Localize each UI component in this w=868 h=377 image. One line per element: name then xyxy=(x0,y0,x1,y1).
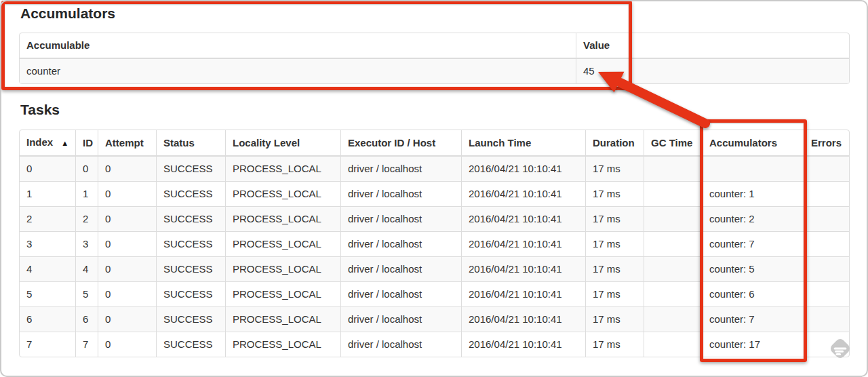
cell-id: 0 xyxy=(75,157,98,181)
cell-errors xyxy=(804,206,849,231)
column-header-label: Status xyxy=(163,137,195,148)
cell-id: 5 xyxy=(75,281,98,306)
cell-gc-time xyxy=(644,181,702,206)
cell-id: 1 xyxy=(75,181,98,206)
cell-index: 5 xyxy=(20,281,75,306)
cell-duration: 17 ms xyxy=(585,332,644,357)
column-header-index[interactable]: Index▲ xyxy=(20,130,75,157)
cell-gc-time xyxy=(644,306,702,332)
cell-executor-id-host: driver / localhost xyxy=(340,231,461,256)
cell-executor-id-host: driver / localhost xyxy=(340,206,461,231)
tasks-section-title: Tasks xyxy=(20,102,60,118)
cell-executor-id-host: driver / localhost xyxy=(340,256,461,281)
cell-duration: 17 ms xyxy=(585,281,644,306)
cell-status: SUCCESS xyxy=(156,256,225,281)
cell-status: SUCCESS xyxy=(156,231,225,256)
cell-locality-level: PROCESS_LOCAL xyxy=(225,332,340,357)
cell-executor-id-host: driver / localhost xyxy=(340,157,461,181)
cell-status: SUCCESS xyxy=(156,181,225,206)
cell-launch-time: 2016/04/21 10:10:41 xyxy=(461,231,585,256)
feedly-watermark-icon xyxy=(825,334,855,363)
cell-duration: 17 ms xyxy=(585,206,644,231)
cell-attempt: 0 xyxy=(98,332,156,357)
cell-gc-time xyxy=(644,281,702,306)
cell-launch-time: 2016/04/21 10:10:41 xyxy=(461,256,585,281)
cell-attempt: 0 xyxy=(98,231,156,256)
cell-id: 2 xyxy=(75,206,98,231)
column-header-label: Launch Time xyxy=(469,137,531,148)
cell-locality-level: PROCESS_LOCAL xyxy=(225,281,340,306)
cell-attempt: 0 xyxy=(98,181,156,206)
column-header-locality-level[interactable]: Locality Level xyxy=(225,130,340,157)
cell-attempt: 0 xyxy=(98,157,156,181)
column-header-label: Index xyxy=(26,136,53,148)
cell-gc-time xyxy=(644,157,702,181)
column-header-label: Errors xyxy=(811,137,842,148)
cell-executor-id-host: driver / localhost xyxy=(340,281,461,306)
cell-locality-level: PROCESS_LOCAL xyxy=(225,157,340,181)
cell-attempt: 0 xyxy=(98,281,156,306)
column-header-launch-time[interactable]: Launch Time xyxy=(461,130,585,157)
cell-errors xyxy=(804,306,849,332)
cell-locality-level: PROCESS_LOCAL xyxy=(225,256,340,281)
cell-gc-time xyxy=(644,332,702,357)
column-header-status[interactable]: Status xyxy=(156,130,225,157)
column-header-label: ID xyxy=(83,137,93,148)
cell-errors xyxy=(804,231,849,256)
cell-id: 7 xyxy=(75,332,98,357)
column-header-label: Locality Level xyxy=(233,137,300,148)
sort-ascending-icon: ▲ xyxy=(61,139,68,147)
column-header-executor-id-host[interactable]: Executor ID / Host xyxy=(340,130,461,157)
cell-gc-time xyxy=(644,231,702,256)
cell-id: 3 xyxy=(75,231,98,256)
cell-status: SUCCESS xyxy=(156,332,225,357)
cell-attempt: 0 xyxy=(98,256,156,281)
cell-locality-level: PROCESS_LOCAL xyxy=(225,181,340,206)
cell-executor-id-host: driver / localhost xyxy=(340,181,461,206)
cell-locality-level: PROCESS_LOCAL xyxy=(225,306,340,332)
cell-status: SUCCESS xyxy=(156,281,225,306)
cell-duration: 17 ms xyxy=(585,256,644,281)
cell-duration: 17 ms xyxy=(585,231,644,256)
cell-duration: 17 ms xyxy=(585,306,644,332)
column-header-duration[interactable]: Duration xyxy=(585,130,644,157)
column-header-label: Duration xyxy=(593,137,635,148)
cell-launch-time: 2016/04/21 10:10:41 xyxy=(461,281,585,306)
cell-duration: 17 ms xyxy=(585,181,644,206)
column-header-attempt[interactable]: Attempt xyxy=(98,130,156,157)
cell-attempt: 0 xyxy=(98,206,156,231)
cell-gc-time xyxy=(644,256,702,281)
cell-index: 6 xyxy=(20,306,75,332)
annotation-box-accumulators-summary xyxy=(1,1,632,90)
cell-gc-time xyxy=(644,206,702,231)
cell-index: 7 xyxy=(20,332,75,357)
cell-launch-time: 2016/04/21 10:10:41 xyxy=(461,181,585,206)
cell-duration: 17 ms xyxy=(585,157,644,181)
cell-index: 4 xyxy=(20,256,75,281)
cell-id: 6 xyxy=(75,306,98,332)
cell-index: 0 xyxy=(20,157,75,181)
cell-errors xyxy=(804,281,849,306)
spark-ui-accumulators-page: { "annotation": { "color": "#e63317", "h… xyxy=(0,0,868,377)
column-header-label: Attempt xyxy=(105,137,144,148)
cell-errors xyxy=(804,256,849,281)
cell-launch-time: 2016/04/21 10:10:41 xyxy=(461,306,585,332)
column-header-errors[interactable]: Errors xyxy=(804,130,849,157)
cell-attempt: 0 xyxy=(98,306,156,332)
cell-errors xyxy=(804,181,849,206)
cell-index: 2 xyxy=(20,206,75,231)
cell-executor-id-host: driver / localhost xyxy=(340,332,461,357)
cell-locality-level: PROCESS_LOCAL xyxy=(225,231,340,256)
column-header-id[interactable]: ID xyxy=(75,130,98,157)
cell-status: SUCCESS xyxy=(156,306,225,332)
cell-errors xyxy=(804,157,849,181)
cell-locality-level: PROCESS_LOCAL xyxy=(225,206,340,231)
cell-executor-id-host: driver / localhost xyxy=(340,306,461,332)
cell-launch-time: 2016/04/21 10:10:41 xyxy=(461,206,585,231)
cell-status: SUCCESS xyxy=(156,206,225,231)
column-header-label: GC Time xyxy=(651,137,692,148)
column-header-label: Executor ID / Host xyxy=(348,137,435,148)
column-header-gc-time[interactable]: GC Time xyxy=(644,130,702,157)
annotation-box-accumulators-column xyxy=(700,119,807,362)
cell-launch-time: 2016/04/21 10:10:41 xyxy=(461,157,585,181)
